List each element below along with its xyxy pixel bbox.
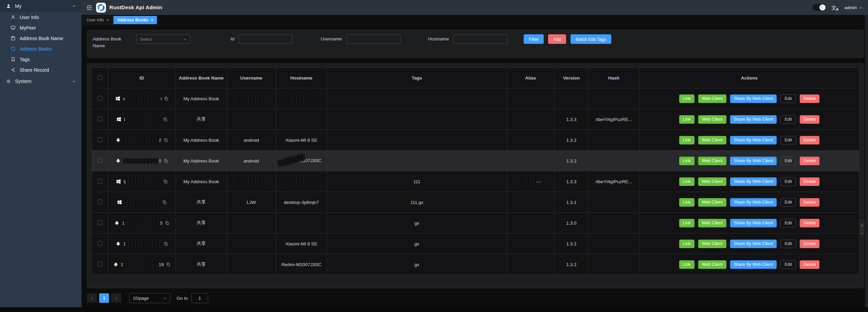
cell-select — [92, 233, 108, 254]
delete-button[interactable]: Delete — [800, 177, 819, 186]
sidebar-item-tags[interactable]: Tags — [0, 54, 82, 65]
web-client-button[interactable]: Web Client — [698, 240, 726, 248]
link-button[interactable]: Link — [679, 198, 694, 207]
cell-id: 119 — [108, 254, 176, 275]
cell-username — [227, 171, 276, 192]
edit-button[interactable]: Edit — [780, 136, 796, 144]
row-checkbox[interactable] — [97, 117, 102, 121]
delete-button[interactable]: Delete — [800, 157, 819, 165]
bookmark-icon — [10, 56, 16, 62]
scroll-minimap-widget[interactable] — [860, 220, 864, 235]
edit-button[interactable]: Edit — [780, 177, 796, 186]
delete-button[interactable]: Delete — [800, 115, 819, 124]
share-by-web-client-button[interactable]: Share By Web Client — [730, 94, 777, 103]
link-button[interactable]: Link — [679, 94, 694, 103]
sidebar-section-system[interactable]: System — [0, 75, 82, 87]
row-checkbox[interactable] — [97, 96, 102, 101]
sidebar-item-address-books[interactable]: Address Books — [0, 44, 82, 54]
sidebar-item-share-record[interactable]: Share Record — [0, 65, 82, 75]
edit-button[interactable]: Edit — [780, 157, 796, 165]
next-page-button[interactable]: › — [111, 293, 121, 303]
row-checkbox[interactable] — [97, 241, 102, 246]
prev-page-button[interactable]: ‹ — [87, 293, 97, 303]
web-client-button[interactable]: Web Client — [698, 177, 726, 186]
sidebar-fold-icon[interactable] — [86, 4, 93, 11]
web-client-button[interactable]: Web Client — [698, 157, 726, 165]
share-by-web-client-button[interactable]: Share By Web Client — [730, 198, 777, 207]
copy-icon[interactable] — [162, 200, 167, 205]
web-client-button[interactable]: Web Client — [698, 94, 726, 103]
page-size-select[interactable]: 10/page — [129, 293, 170, 303]
link-button[interactable]: Link — [679, 177, 694, 186]
row-checkbox[interactable] — [97, 200, 102, 204]
link-button[interactable]: Link — [679, 260, 694, 269]
share-by-web-client-button[interactable]: Share By Web Client — [730, 240, 777, 248]
edit-button[interactable]: Edit — [780, 240, 796, 248]
delete-button[interactable]: Delete — [800, 94, 819, 103]
row-checkbox[interactable] — [97, 158, 102, 163]
peer-id: 0 — [123, 158, 161, 163]
row-checkbox[interactable] — [97, 262, 102, 266]
goto-page-input[interactable] — [191, 293, 208, 303]
edit-button[interactable]: Edit — [780, 94, 796, 103]
username-input[interactable] — [346, 34, 400, 44]
edit-button[interactable]: Edit — [780, 115, 796, 124]
edit-button[interactable]: Edit — [780, 198, 796, 207]
row-checkbox[interactable] — [97, 220, 102, 225]
sidebar-item-mypeer[interactable]: MyPeer — [0, 22, 82, 33]
select-all-checkbox[interactable] — [97, 75, 102, 80]
delete-button[interactable]: Delete — [800, 136, 819, 144]
share-by-web-client-button[interactable]: Share By Web Client — [730, 157, 777, 165]
copy-icon[interactable] — [163, 117, 167, 122]
web-client-button[interactable]: Web Client — [698, 115, 726, 124]
copy-icon[interactable] — [164, 242, 168, 246]
sidebar-item-address-book-name[interactable]: Address Book Name — [0, 33, 82, 44]
cell-hash — [589, 192, 639, 213]
link-button[interactable]: Link — [679, 157, 694, 165]
tab-address-books[interactable]: Address Books × — [113, 16, 157, 24]
link-button[interactable]: Link — [679, 240, 694, 248]
copy-icon[interactable] — [166, 262, 170, 267]
id-input[interactable] — [238, 34, 293, 44]
delete-button[interactable]: Delete — [800, 198, 819, 207]
web-client-button[interactable]: Web Client — [698, 136, 726, 144]
share-by-web-client-button[interactable]: Share By Web Client — [730, 260, 777, 269]
delete-button[interactable]: Delete — [800, 260, 819, 269]
copy-icon[interactable] — [164, 159, 168, 163]
close-icon[interactable]: × — [107, 18, 109, 22]
link-button[interactable]: Link — [679, 115, 694, 124]
sidebar-item-user-info[interactable]: User Info — [0, 12, 82, 22]
web-client-button[interactable]: Web Client — [698, 260, 726, 269]
user-menu[interactable]: admin — [844, 5, 863, 10]
copy-icon[interactable] — [165, 221, 169, 225]
delete-button[interactable]: Delete — [800, 219, 819, 227]
language-icon[interactable]: 文A — [831, 5, 839, 10]
hostname-input[interactable] — [453, 34, 507, 44]
edit-button[interactable]: Edit — [780, 219, 796, 227]
share-by-web-client-button[interactable]: Share By Web Client — [730, 136, 777, 144]
page-1-button[interactable]: 1 — [99, 293, 109, 303]
vertical-scrollbar[interactable] — [865, 15, 868, 312]
sidebar-section-my[interactable]: My — [0, 0, 82, 12]
link-button[interactable]: Link — [679, 219, 694, 227]
edit-button[interactable]: Edit — [780, 260, 796, 269]
delete-button[interactable]: Delete — [800, 240, 819, 248]
batch-edit-tags-button[interactable]: Batch Edit Tags — [571, 34, 611, 44]
close-icon[interactable]: × — [151, 18, 153, 22]
share-by-web-client-button[interactable]: Share By Web Client — [730, 219, 777, 227]
share-by-web-client-button[interactable]: Share By Web Client — [730, 115, 777, 124]
web-client-button[interactable]: Web Client — [698, 219, 726, 227]
web-client-button[interactable]: Web Client — [698, 198, 726, 207]
copy-icon[interactable] — [163, 179, 168, 184]
copy-icon[interactable] — [164, 97, 168, 101]
link-button[interactable]: Link — [679, 136, 694, 144]
filter-button[interactable]: Filter — [524, 34, 544, 44]
tab-user-info[interactable]: User Info × — [83, 16, 113, 24]
address-book-name-select[interactable]: Select — [136, 34, 191, 44]
row-checkbox[interactable] — [97, 137, 102, 142]
share-by-web-client-button[interactable]: Share By Web Client — [730, 177, 777, 186]
dark-mode-toggle[interactable]: ☾ — [812, 4, 826, 11]
copy-icon[interactable] — [164, 138, 168, 142]
row-checkbox[interactable] — [97, 179, 102, 184]
add-button[interactable]: Add — [548, 34, 566, 44]
